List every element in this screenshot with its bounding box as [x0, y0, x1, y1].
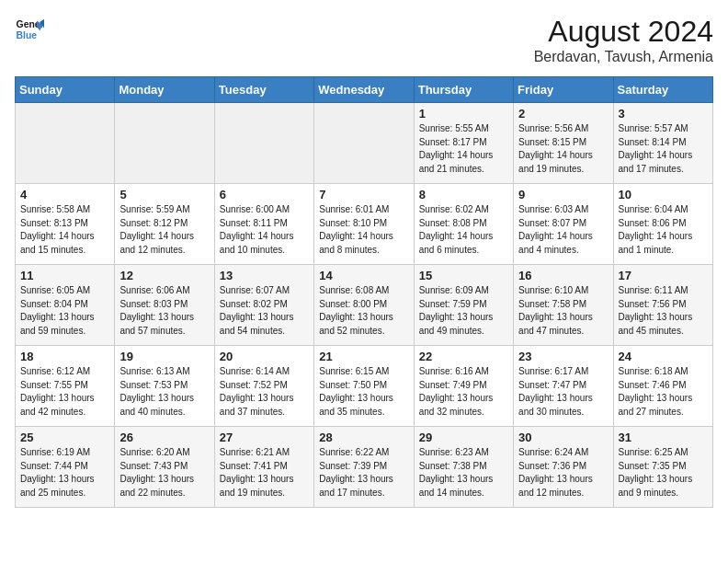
calendar-day-cell: 30Sunrise: 6:24 AMSunset: 7:36 PMDayligh…: [514, 427, 613, 508]
month-year-title: August 2024: [534, 15, 713, 49]
day-info: Sunrise: 5:56 AMSunset: 8:15 PMDaylight:…: [518, 122, 608, 176]
day-info: Sunrise: 5:55 AMSunset: 8:17 PMDaylight:…: [419, 122, 508, 176]
calendar-day-cell: 29Sunrise: 6:23 AMSunset: 7:38 PMDayligh…: [414, 427, 513, 508]
calendar-week-row: 18Sunrise: 6:12 AMSunset: 7:55 PMDayligh…: [16, 346, 713, 427]
day-info: Sunrise: 6:04 AMSunset: 8:06 PMDaylight:…: [619, 203, 708, 257]
day-info: Sunrise: 6:11 AMSunset: 7:56 PMDaylight:…: [619, 284, 708, 338]
calendar-day-cell: 12Sunrise: 6:06 AMSunset: 8:03 PMDayligh…: [115, 265, 214, 346]
day-number: 1: [419, 107, 508, 121]
calendar-week-row: 4Sunrise: 5:58 AMSunset: 8:13 PMDaylight…: [16, 184, 713, 265]
weekday-header-cell: Friday: [514, 77, 613, 103]
calendar-day-cell: 27Sunrise: 6:21 AMSunset: 7:41 PMDayligh…: [214, 427, 313, 508]
day-number: 11: [20, 269, 109, 282]
day-info: Sunrise: 6:12 AMSunset: 7:55 PMDaylight:…: [20, 365, 109, 419]
day-info: Sunrise: 6:21 AMSunset: 7:41 PMDaylight:…: [220, 446, 309, 500]
day-number: 10: [619, 188, 708, 201]
day-info: Sunrise: 6:00 AMSunset: 8:11 PMDaylight:…: [220, 203, 309, 257]
calendar-day-cell: 17Sunrise: 6:11 AMSunset: 7:56 PMDayligh…: [613, 265, 712, 346]
day-number: 4: [20, 188, 109, 201]
weekday-header-cell: Sunday: [16, 77, 115, 103]
day-info: Sunrise: 6:06 AMSunset: 8:03 PMDaylight:…: [119, 284, 209, 338]
day-info: Sunrise: 6:24 AMSunset: 7:36 PMDaylight:…: [518, 446, 608, 500]
day-number: 24: [619, 350, 708, 363]
day-number: 28: [319, 431, 408, 444]
day-info: Sunrise: 6:03 AMSunset: 8:07 PMDaylight:…: [518, 203, 608, 257]
day-number: 3: [619, 107, 708, 121]
day-info: Sunrise: 6:18 AMSunset: 7:46 PMDaylight:…: [619, 365, 708, 419]
calendar-day-cell: 14Sunrise: 6:08 AMSunset: 8:00 PMDayligh…: [314, 265, 414, 346]
day-number: 5: [119, 188, 209, 201]
calendar-day-cell: 20Sunrise: 6:14 AMSunset: 7:52 PMDayligh…: [214, 346, 313, 427]
location-subtitle: Berdavan, Tavush, Armenia: [534, 49, 713, 65]
day-info: Sunrise: 6:20 AMSunset: 7:43 PMDaylight:…: [119, 446, 209, 500]
calendar-day-cell: [214, 103, 313, 184]
day-number: 16: [518, 269, 608, 282]
calendar-day-cell: 23Sunrise: 6:17 AMSunset: 7:47 PMDayligh…: [514, 346, 613, 427]
day-info: Sunrise: 6:02 AMSunset: 8:08 PMDaylight:…: [419, 203, 508, 257]
day-info: Sunrise: 6:15 AMSunset: 7:50 PMDaylight:…: [319, 365, 408, 419]
calendar-day-cell: 18Sunrise: 6:12 AMSunset: 7:55 PMDayligh…: [16, 346, 115, 427]
weekday-header-cell: Monday: [115, 77, 214, 103]
calendar-day-cell: 1Sunrise: 5:55 AMSunset: 8:17 PMDaylight…: [414, 103, 513, 184]
day-number: 8: [419, 188, 508, 201]
day-info: Sunrise: 6:16 AMSunset: 7:49 PMDaylight:…: [419, 365, 508, 419]
calendar-day-cell: 11Sunrise: 6:05 AMSunset: 8:04 PMDayligh…: [16, 265, 115, 346]
day-number: 19: [119, 350, 209, 363]
day-number: 30: [518, 431, 608, 444]
calendar-day-cell: 24Sunrise: 6:18 AMSunset: 7:46 PMDayligh…: [613, 346, 712, 427]
calendar-day-cell: 15Sunrise: 6:09 AMSunset: 7:59 PMDayligh…: [414, 265, 513, 346]
calendar-day-cell: 6Sunrise: 6:00 AMSunset: 8:11 PMDaylight…: [214, 184, 313, 265]
day-number: 26: [119, 431, 209, 444]
day-info: Sunrise: 6:10 AMSunset: 7:58 PMDaylight:…: [518, 284, 608, 338]
calendar-day-cell: 31Sunrise: 6:25 AMSunset: 7:35 PMDayligh…: [613, 427, 712, 508]
day-info: Sunrise: 6:22 AMSunset: 7:39 PMDaylight:…: [319, 446, 408, 500]
day-number: 15: [419, 269, 508, 282]
day-info: Sunrise: 6:09 AMSunset: 7:59 PMDaylight:…: [419, 284, 508, 338]
day-info: Sunrise: 6:19 AMSunset: 7:44 PMDaylight:…: [20, 446, 109, 500]
calendar-day-cell: 21Sunrise: 6:15 AMSunset: 7:50 PMDayligh…: [314, 346, 414, 427]
calendar-day-cell: 25Sunrise: 6:19 AMSunset: 7:44 PMDayligh…: [16, 427, 115, 508]
calendar-day-cell: 26Sunrise: 6:20 AMSunset: 7:43 PMDayligh…: [115, 427, 214, 508]
day-number: 29: [419, 431, 508, 444]
logo-icon: General Blue: [15, 15, 44, 44]
calendar-week-row: 1Sunrise: 5:55 AMSunset: 8:17 PMDaylight…: [16, 103, 713, 184]
day-number: 18: [20, 350, 109, 363]
day-info: Sunrise: 6:25 AMSunset: 7:35 PMDaylight:…: [619, 446, 708, 500]
calendar-day-cell: 8Sunrise: 6:02 AMSunset: 8:08 PMDaylight…: [414, 184, 513, 265]
header: General Blue August 2024 Berdavan, Tavus…: [15, 15, 713, 65]
day-number: 22: [419, 350, 508, 363]
weekday-header-cell: Tuesday: [214, 77, 313, 103]
day-info: Sunrise: 6:07 AMSunset: 8:02 PMDaylight:…: [220, 284, 309, 338]
calendar-day-cell: 16Sunrise: 6:10 AMSunset: 7:58 PMDayligh…: [514, 265, 613, 346]
calendar-day-cell: [314, 103, 414, 184]
title-area: August 2024 Berdavan, Tavush, Armenia: [534, 15, 713, 65]
weekday-header-row: SundayMondayTuesdayWednesdayThursdayFrid…: [16, 77, 713, 103]
day-number: 2: [518, 107, 608, 121]
day-number: 21: [319, 350, 408, 363]
calendar-week-row: 25Sunrise: 6:19 AMSunset: 7:44 PMDayligh…: [16, 427, 713, 508]
day-number: 20: [220, 350, 309, 363]
calendar-day-cell: 7Sunrise: 6:01 AMSunset: 8:10 PMDaylight…: [314, 184, 414, 265]
day-info: Sunrise: 6:14 AMSunset: 7:52 PMDaylight:…: [220, 365, 309, 419]
calendar-day-cell: 2Sunrise: 5:56 AMSunset: 8:15 PMDaylight…: [514, 103, 613, 184]
day-info: Sunrise: 6:05 AMSunset: 8:04 PMDaylight:…: [20, 284, 109, 338]
calendar-day-cell: 4Sunrise: 5:58 AMSunset: 8:13 PMDaylight…: [16, 184, 115, 265]
weekday-header-cell: Saturday: [613, 77, 712, 103]
calendar-day-cell: 9Sunrise: 6:03 AMSunset: 8:07 PMDaylight…: [514, 184, 613, 265]
day-number: 13: [220, 269, 309, 282]
day-number: 17: [619, 269, 708, 282]
day-number: 9: [518, 188, 608, 201]
calendar-body: 1Sunrise: 5:55 AMSunset: 8:17 PMDaylight…: [16, 103, 713, 508]
day-info: Sunrise: 6:23 AMSunset: 7:38 PMDaylight:…: [419, 446, 508, 500]
day-number: 27: [220, 431, 309, 444]
day-info: Sunrise: 5:58 AMSunset: 8:13 PMDaylight:…: [20, 203, 109, 257]
calendar-day-cell: 10Sunrise: 6:04 AMSunset: 8:06 PMDayligh…: [613, 184, 712, 265]
calendar-day-cell: 19Sunrise: 6:13 AMSunset: 7:53 PMDayligh…: [115, 346, 214, 427]
day-number: 23: [518, 350, 608, 363]
day-number: 31: [619, 431, 708, 444]
day-info: Sunrise: 6:01 AMSunset: 8:10 PMDaylight:…: [319, 203, 408, 257]
calendar-day-cell: [16, 103, 115, 184]
day-info: Sunrise: 6:17 AMSunset: 7:47 PMDaylight:…: [518, 365, 608, 419]
logo: General Blue: [15, 15, 44, 44]
svg-text:Blue: Blue: [17, 30, 38, 40]
